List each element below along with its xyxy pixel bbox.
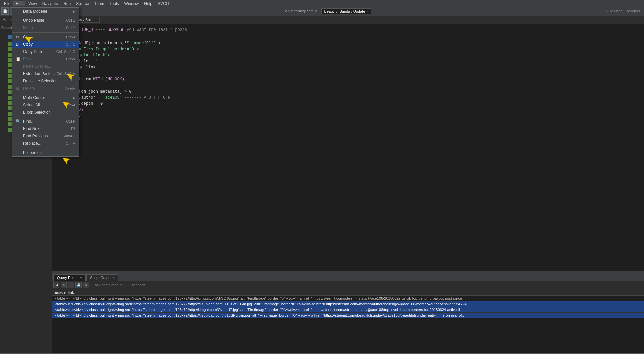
results-btn-prev[interactable]: ✎	[61, 282, 67, 288]
table-row[interactable]: <table><tr><td><div class=pull-right><im…	[52, 301, 644, 307]
results-btn-last[interactable]: 💾	[75, 282, 82, 288]
context-menu-item-data-modeler[interactable]: Data Modeler▶	[12, 8, 79, 15]
context-menu-item-delete: 🗑DeleteDelete	[12, 85, 79, 92]
context-menu-separator-22	[12, 148, 79, 148]
menu-item-icon-6: ⧉	[16, 42, 21, 47]
menu-navigate[interactable]: Navigate	[40, 1, 61, 7]
menu-item-arrow-0: ▶	[73, 10, 75, 13]
tab-beautifulsunday-close[interactable]: ×	[366, 9, 368, 13]
results-status: Task completed in 2.33 seconds	[93, 283, 146, 287]
table-cell-3: <table><tr><td><div class=pull-right><im…	[52, 313, 644, 318]
context-menu-item-cut[interactable]: ✂CutCtrl-X	[12, 33, 79, 41]
results-table-container: image_link <table><tr><td><div class=pul…	[52, 289, 644, 353]
menu-edit[interactable]: Edit	[13, 1, 25, 7]
menu-item-label-15: Select All	[23, 103, 40, 107]
menu-item-label-9: Paste Special...	[23, 64, 51, 69]
menu-item-icon-12: 🗑	[16, 86, 21, 91]
menu-source[interactable]: Source	[73, 1, 92, 7]
toolbar-btn-new[interactable]: 📄	[1, 7, 9, 15]
menu-item-shortcut-2: Ctrl-Z	[66, 18, 76, 22]
menu-item-label-6: Copy	[23, 42, 33, 47]
sidebar-item-icon-17	[8, 128, 12, 132]
sidebar-item-icon-6	[8, 69, 12, 73]
sql-editor[interactable]: 1 SELECT TOP_4 ---- SUPPOSE you want the…	[52, 24, 644, 271]
context-menu-item-select-all[interactable]: Select AllCtrl-A	[12, 101, 79, 109]
context-menu-item-properties[interactable]: Properties	[12, 149, 79, 156]
context-menu-item-find-next[interactable]: Find NextF3	[12, 125, 79, 132]
results-tab-script[interactable]: Script Output ×	[86, 274, 118, 281]
menu-window[interactable]: Window	[122, 1, 142, 7]
sidebar-item-icon-4	[8, 58, 12, 62]
menu-help[interactable]: Help	[141, 1, 155, 7]
sql-line-1: SELECT TOP_4 ---- SUPPOSE you want the l…	[64, 27, 187, 33]
context-menu-item-paste-special...: Paste Special...	[12, 63, 79, 70]
results-panel: Query Result × Script Output × |◀ ✎ ⊞ 💾 …	[52, 273, 644, 353]
context-menu-item-copy-path[interactable]: Copy PathCtrl+Shift-C	[12, 48, 79, 55]
results-btn-next[interactable]: ⊞	[68, 282, 74, 288]
table-row[interactable]: <table><tr><td><div class=pull-right><im…	[52, 307, 644, 313]
context-menu-item-replace...[interactable]: Replace...Ctrl-R	[12, 140, 79, 147]
menu-item-arrow-14: ▶	[73, 96, 75, 100]
menu-item-shortcut-5: Ctrl-X	[66, 35, 75, 39]
top-tabs-row: 📄 📂 💾 ▶ ■ vip.steemsql.com × Beautiful S…	[0, 7, 644, 15]
sidebar-item-icon-1	[8, 42, 12, 46]
tab-vip[interactable]: vip.steemsql.com ×	[282, 8, 320, 14]
context-menu-item-find-previous[interactable]: Find PreviousShift-F3	[12, 132, 79, 140]
context-menu-item-copy[interactable]: ⧉CopyCtrl-C	[12, 41, 79, 48]
context-menu-item-multi-cursor[interactable]: Multi-Cursor▶	[12, 94, 79, 101]
menu-item-shortcut-19: F3	[71, 127, 75, 131]
sidebar-item-icon-8	[8, 79, 12, 83]
menu-svco[interactable]: SVCO	[155, 1, 172, 7]
menu-item-label-14: Multi-Cursor	[23, 95, 45, 100]
sidebar-item-icon-16	[8, 122, 12, 126]
context-menu-separator-4	[12, 32, 79, 33]
table-row[interactable]: <table><tr><td><div class=pull-right><im…	[52, 296, 644, 301]
context-menu-separator-1	[12, 16, 79, 16]
sidebar-item-icon-11	[8, 96, 12, 100]
menu-item-shortcut-21: Ctrl-R	[66, 141, 75, 145]
context-menu-item-undo-paste[interactable]: Undo PasteCtrl-Z	[12, 17, 79, 24]
context-menu-item-find...[interactable]: 🔍Find...Ctrl-F	[12, 118, 79, 125]
sidebar-item-icon-14	[8, 112, 12, 116]
results-tab-script-label: Script Output	[90, 276, 111, 280]
menu-item-label-16: Block Selection	[23, 110, 51, 115]
menu-item-shortcut-15: Ctrl-A	[66, 103, 75, 107]
sidebar-item-icon-15	[8, 117, 12, 121]
menu-item-icon-5: ✂	[16, 35, 21, 39]
menu-item-icon-18: 🔍	[16, 119, 21, 124]
tab-beautifulsunday[interactable]: Beautiful Sunday Update ×	[321, 8, 372, 14]
context-menu: Data Modeler▶Undo PasteCtrl-ZRedoCtrl-Y✂…	[12, 7, 79, 157]
menu-view[interactable]: View	[25, 1, 40, 7]
menu-team[interactable]: Team	[92, 1, 107, 7]
results-tab-query[interactable]: Query Result ×	[53, 274, 86, 281]
menu-item-shortcut-7: Ctrl+Shift-C	[56, 50, 75, 54]
menu-item-shortcut-3: Ctrl-Y	[66, 26, 75, 30]
results-tab-script-close[interactable]: ×	[113, 276, 115, 280]
context-menu-item-block-selection[interactable]: Block Selection	[12, 109, 79, 116]
menu-item-shortcut-18: Ctrl-F	[66, 119, 76, 123]
results-btn-first[interactable]: |◀	[53, 282, 59, 288]
menu-run[interactable]: Run	[61, 1, 73, 7]
menu-item-label-11: Duplicate Selection	[23, 79, 58, 83]
menu-file[interactable]: File	[1, 1, 13, 7]
results-tab-query-close[interactable]: ×	[80, 276, 82, 280]
context-menu-item-extended-paste...[interactable]: Extended Paste...Ctrl+Shift-V	[12, 70, 79, 77]
tab-vip-close[interactable]: ×	[315, 9, 317, 13]
results-btn-export[interactable]: 🖨	[83, 282, 89, 288]
splitter-handle	[341, 272, 355, 272]
menu-item-label-18: Find...	[23, 119, 34, 124]
toolbar-Aa[interactable]: Aa	[1, 17, 9, 22]
menu-item-label-23: Properties	[23, 150, 42, 155]
menu-item-label-3: Redo	[23, 25, 33, 30]
results-tab-query-label: Query Result	[57, 276, 78, 280]
sql-line-12: AND cm.author = 'ace108' ------- A U T H…	[64, 95, 170, 101]
menu-item-label-7: Copy Path	[23, 49, 42, 54]
context-menu-item-paste: 📋PasteCtrl-V	[12, 55, 79, 63]
sidebar-item-icon-10	[8, 90, 12, 94]
editor-area: 1 SELECT TOP_4 ---- SUPPOSE you want the…	[52, 24, 644, 353]
table-cell-2: <table><tr><td><div class=pull-right><im…	[52, 307, 644, 313]
table-row[interactable]: <table><tr><td><div class=pull-right><im…	[52, 313, 644, 318]
context-menu-item-duplicate-selection[interactable]: Duplicate Selection	[12, 77, 79, 85]
results-col-header: image_link	[52, 289, 644, 296]
menu-tools[interactable]: Tools	[107, 1, 122, 7]
